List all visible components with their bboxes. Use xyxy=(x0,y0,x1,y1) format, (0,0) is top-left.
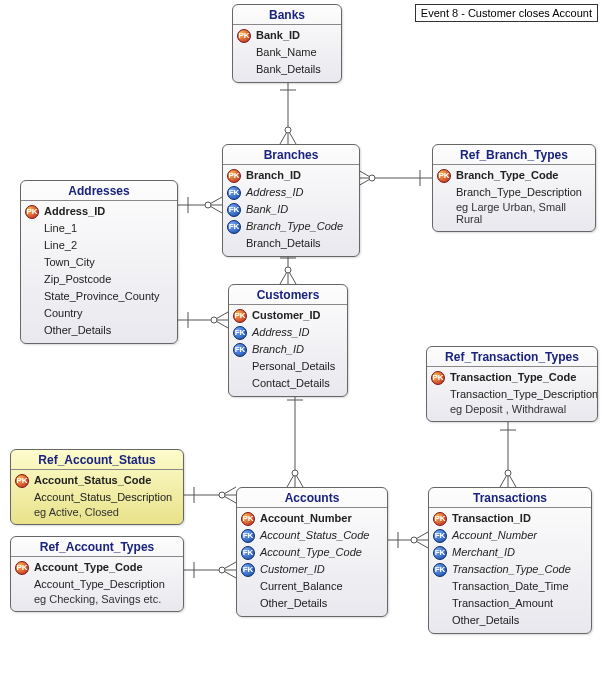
entity-title: Transactions xyxy=(429,488,591,508)
spacer-icon xyxy=(227,237,241,251)
svg-point-14 xyxy=(205,202,211,208)
entity-note: eg Checking, Savings etc. xyxy=(11,593,183,607)
attr-row: Other_Details xyxy=(429,612,591,629)
entity-ref_account_types: Ref_Account_TypesAccount_Type_CodeAccoun… xyxy=(10,536,184,612)
attr-label: Bank_Name xyxy=(256,45,335,60)
pk-icon xyxy=(233,309,247,323)
attr-row: Line_2 xyxy=(21,237,177,254)
attr-label: Transaction_Type_Code xyxy=(452,562,585,577)
attr-row: Town_City xyxy=(21,254,177,271)
attr-row: Address_ID xyxy=(229,324,347,341)
pk-icon xyxy=(433,512,447,526)
svg-point-29 xyxy=(411,537,417,543)
entity-accounts: AccountsAccount_NumberAccount_Status_Cod… xyxy=(236,487,388,617)
attr-label: Country xyxy=(44,306,171,321)
entity-ref_transaction_types: Ref_Transaction_TypesTransaction_Type_Co… xyxy=(426,346,598,422)
attr-row: State_Province_County xyxy=(21,288,177,305)
spacer-icon xyxy=(241,597,255,611)
pk-icon xyxy=(15,561,29,575)
attr-label: Branch_ID xyxy=(252,342,341,357)
entity-attrs: Address_IDLine_1Line_2Town_CityZip_Postc… xyxy=(21,201,177,343)
spacer-icon xyxy=(233,360,247,374)
entity-note: eg Large Urban, Small Rural xyxy=(433,201,595,227)
diagram-caption: Event 8 - Customer closes Account xyxy=(415,4,598,22)
spacer-icon xyxy=(25,307,39,321)
fk-icon xyxy=(241,546,255,560)
attr-label: Town_City xyxy=(44,255,171,270)
attr-label: Transaction_ID xyxy=(452,511,585,526)
attr-row: Personal_Details xyxy=(229,358,347,375)
entity-customers: CustomersCustomer_IDAddress_IDBranch_IDP… xyxy=(228,284,348,397)
pk-icon xyxy=(227,169,241,183)
entity-attrs: Bank_IDBank_NameBank_Details xyxy=(233,25,341,82)
attr-label: Address_ID xyxy=(252,325,341,340)
svg-point-5 xyxy=(285,267,291,273)
spacer-icon xyxy=(15,491,29,505)
pk-icon xyxy=(237,29,251,43)
fk-icon xyxy=(227,186,241,200)
entity-branches: BranchesBranch_IDAddress_IDBank_IDBranch… xyxy=(222,144,360,257)
entity-transactions: TransactionsTransaction_IDAccount_Number… xyxy=(428,487,592,634)
entity-note: eg Deposit , Withdrawal xyxy=(427,403,597,417)
attr-row: Transaction_Amount xyxy=(429,595,591,612)
entity-note: eg Active, Closed xyxy=(11,506,183,520)
svg-point-20 xyxy=(369,175,375,181)
pk-icon xyxy=(431,371,445,385)
attr-row: Account_Type_Description xyxy=(11,576,183,593)
attr-label: Other_Details xyxy=(260,596,381,611)
entity-title: Banks xyxy=(233,5,341,25)
attr-label: Line_1 xyxy=(44,221,171,236)
attr-label: Branch_ID xyxy=(246,168,353,183)
pk-icon xyxy=(241,512,255,526)
svg-point-26 xyxy=(219,567,225,573)
fk-icon xyxy=(433,563,447,577)
attr-row: Contact_Details xyxy=(229,375,347,392)
svg-point-2 xyxy=(285,127,291,133)
entity-title: Ref_Transaction_Types xyxy=(427,347,597,367)
attr-label: Transaction_Type_Description xyxy=(450,387,598,402)
entity-banks: BanksBank_IDBank_NameBank_Details xyxy=(232,4,342,83)
entity-ref_branch_types: Ref_Branch_TypesBranch_Type_CodeBranch_T… xyxy=(432,144,596,232)
svg-point-11 xyxy=(505,470,511,476)
pk-icon xyxy=(15,474,29,488)
attr-label: Customer_ID xyxy=(252,308,341,323)
attr-row: Transaction_ID xyxy=(429,510,591,527)
attr-row: Account_Status_Description xyxy=(11,489,183,506)
attr-label: Branch_Type_Code xyxy=(246,219,353,234)
spacer-icon xyxy=(25,239,39,253)
pk-icon xyxy=(437,169,451,183)
er-diagram-canvas: { "caption": "Event 8 - Customer closes … xyxy=(0,0,602,675)
attr-row: Customer_ID xyxy=(237,561,387,578)
attr-row: Account_Status_Code xyxy=(11,472,183,489)
entity-attrs: Branch_Type_CodeBranch_Type_Descriptione… xyxy=(433,165,595,231)
entity-attrs: Account_Status_CodeAccount_Status_Descri… xyxy=(11,470,183,524)
entity-attrs: Branch_IDAddress_IDBank_IDBranch_Type_Co… xyxy=(223,165,359,256)
attr-row: Address_ID xyxy=(223,184,359,201)
attr-row: Account_Type_Code xyxy=(11,559,183,576)
attr-label: Bank_ID xyxy=(246,202,353,217)
pk-icon xyxy=(25,205,39,219)
attr-label: Zip_Postcode xyxy=(44,272,171,287)
attr-row: Bank_ID xyxy=(223,201,359,218)
attr-label: Account_Number xyxy=(260,511,381,526)
attr-row: Bank_Details xyxy=(233,61,341,78)
attr-label: Account_Type_Code xyxy=(34,560,177,575)
entity-attrs: Account_Type_CodeAccount_Type_Descriptio… xyxy=(11,557,183,611)
svg-point-8 xyxy=(292,470,298,476)
attr-label: Transaction_Amount xyxy=(452,596,585,611)
entity-attrs: Account_NumberAccount_Status_CodeAccount… xyxy=(237,508,387,616)
spacer-icon xyxy=(25,290,39,304)
attr-label: Account_Status_Code xyxy=(34,473,177,488)
attr-row: Branch_ID xyxy=(223,167,359,184)
entity-title: Ref_Branch_Types xyxy=(433,145,595,165)
spacer-icon xyxy=(433,614,447,628)
attr-row: Transaction_Type_Description xyxy=(427,386,597,403)
spacer-icon xyxy=(431,388,445,402)
entity-title: Ref_Account_Status xyxy=(11,450,183,470)
attr-label: Contact_Details xyxy=(252,376,341,391)
spacer-icon xyxy=(437,186,451,200)
spacer-icon xyxy=(25,256,39,270)
attr-row: Branch_Type_Code xyxy=(223,218,359,235)
entity-title: Customers xyxy=(229,285,347,305)
attr-row: Bank_Name xyxy=(233,44,341,61)
